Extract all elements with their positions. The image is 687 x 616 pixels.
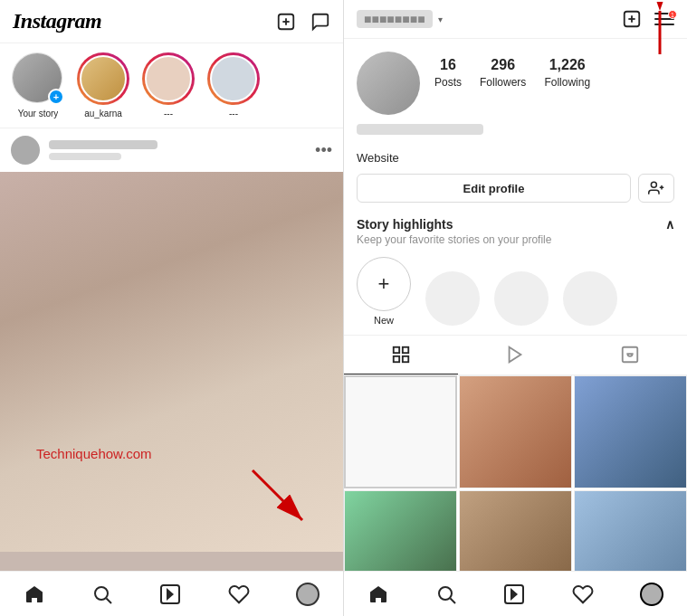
highlights-subtitle: Keep your favorite stories on your profi… [357,233,674,246]
right-panel: ■■■■■■■■ ▾ 1 [344,0,687,616]
feed-area: Techniquehow.com [0,172,343,571]
highlight-circle-3 [563,271,617,326]
grid-cell-3[interactable] [574,375,687,488]
highlights-section: Story highlights ∧ Keep your favorite st… [344,208,687,336]
left-header-icons [276,12,330,32]
feed-username-block [49,140,306,160]
add-post-button[interactable] [276,12,296,32]
nav-likes-right[interactable] [572,583,594,605]
nav-profile-avatar-right [640,583,663,606]
posts-count: 16 [434,57,462,73]
svg-rect-18 [394,356,399,362]
nav-search-right[interactable] [435,583,457,605]
left-header: Instagram [0,0,343,43]
tab-grid[interactable] [344,336,458,374]
right-username-area: ■■■■■■■■ ▾ [357,10,443,28]
nav-likes-left[interactable] [228,583,250,605]
grid-cell-1[interactable] [344,375,457,488]
highlight-empty-2[interactable] [494,271,549,326]
grid-cell-6[interactable] [574,490,687,571]
story-label-2: --- [164,109,173,118]
highlight-new[interactable]: + New [357,257,411,326]
nav-home-left[interactable] [24,583,45,605]
left-panel: Instagram + [0,0,344,616]
profile-avatar [357,52,420,115]
followers-label: Followers [480,76,526,89]
svg-rect-16 [394,347,399,353]
feed-username-bar [49,140,157,149]
nav-home-right[interactable] [367,583,389,605]
edit-profile-section: Edit profile [344,168,687,208]
highlight-add-circle: + [357,257,411,311]
grid-cell-2[interactable] [459,375,572,488]
grid-cell-5[interactable] [459,490,572,571]
svg-point-5 [95,587,108,600]
highlight-empty-3[interactable] [563,271,617,326]
story-item-2[interactable]: --- [141,52,196,118]
story-label-your-story: Your story [18,109,59,118]
highlight-plus-icon: + [378,272,390,296]
story-gradient-border-1 [77,52,129,105]
website-label: Website [344,147,687,168]
followers-count: 296 [480,57,526,73]
story-avatar-1 [80,55,127,102]
left-bottom-nav [0,571,343,616]
feed-post-avatar [11,136,40,165]
svg-point-22 [439,587,452,600]
highlights-chevron: ∧ [665,217,674,232]
story-item-1[interactable]: au_karna [76,52,130,118]
grid-cell-4[interactable] [344,490,457,571]
stat-following[interactable]: 1,226 Following [544,57,590,90]
following-count: 1,226 [544,57,590,73]
tab-reels[interactable] [458,336,572,374]
svg-line-23 [451,598,456,603]
profile-stats: 16 Posts 296 Followers 1,226 Following [434,57,590,90]
nav-reels-left[interactable] [159,583,181,605]
chevron-down-icon: ▾ [438,14,443,24]
right-username: ■■■■■■■■ [357,10,433,28]
story-label-1: au_karna [84,109,122,118]
add-person-button[interactable] [638,174,674,203]
highlights-title: Story highlights ∧ [357,217,674,232]
svg-line-4 [253,470,302,520]
add-story-button[interactable]: + [48,89,64,105]
edit-profile-button[interactable]: Edit profile [357,174,631,203]
red-arrow-menu [624,2,678,56]
highlights-row: + New [357,257,674,326]
grid-area [344,375,687,571]
feed-more-button[interactable]: ••• [315,141,332,160]
highlight-empty-1[interactable] [425,271,480,326]
stat-followers[interactable]: 296 Followers [480,57,526,90]
instagram-logo: Instagram [13,9,101,33]
story-avatar-3 [210,55,257,102]
story-gradient-border-2 [142,52,195,105]
story-avatar-2 [145,55,192,102]
svg-point-13 [651,182,656,187]
nav-profile-avatar-left [296,583,320,606]
posts-label: Posts [434,76,462,89]
story-label-3: --- [229,109,238,118]
right-header: ■■■■■■■■ ▾ 1 [344,0,687,39]
story-item-3[interactable]: --- [206,52,261,118]
nav-profile-left[interactable] [296,583,320,606]
svg-marker-20 [510,347,521,363]
red-arrow-feed [243,461,316,534]
profile-name-bar [357,124,483,135]
svg-rect-19 [403,356,408,362]
story-item-your-story[interactable]: + Your story [11,52,65,118]
your-story-avatar-wrap: + [12,52,64,105]
feed-post-header: ••• [0,128,343,172]
watermark: Techniquehow.com [36,446,152,461]
nav-search-left[interactable] [91,583,113,605]
right-bottom-nav [344,571,687,616]
stories-row: + Your story au_karna --- --- [0,43,343,128]
messenger-button[interactable] [310,12,330,32]
feed-sub-bar [49,153,121,160]
highlights-title-text: Story highlights [357,217,453,232]
svg-line-6 [107,598,112,603]
tab-tagged[interactable] [573,336,687,374]
nav-profile-right[interactable] [640,583,663,606]
profile-bio [344,124,687,147]
profile-tabs [344,336,687,375]
nav-reels-right[interactable] [503,583,525,605]
